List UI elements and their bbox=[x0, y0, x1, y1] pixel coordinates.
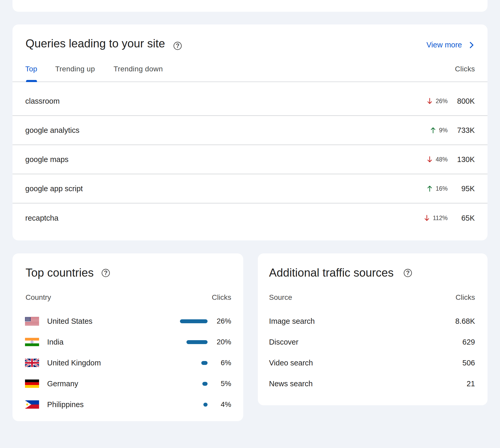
svg-text:?: ? bbox=[406, 270, 410, 276]
svg-text:?: ? bbox=[104, 270, 108, 276]
svg-text:?: ? bbox=[176, 42, 179, 49]
